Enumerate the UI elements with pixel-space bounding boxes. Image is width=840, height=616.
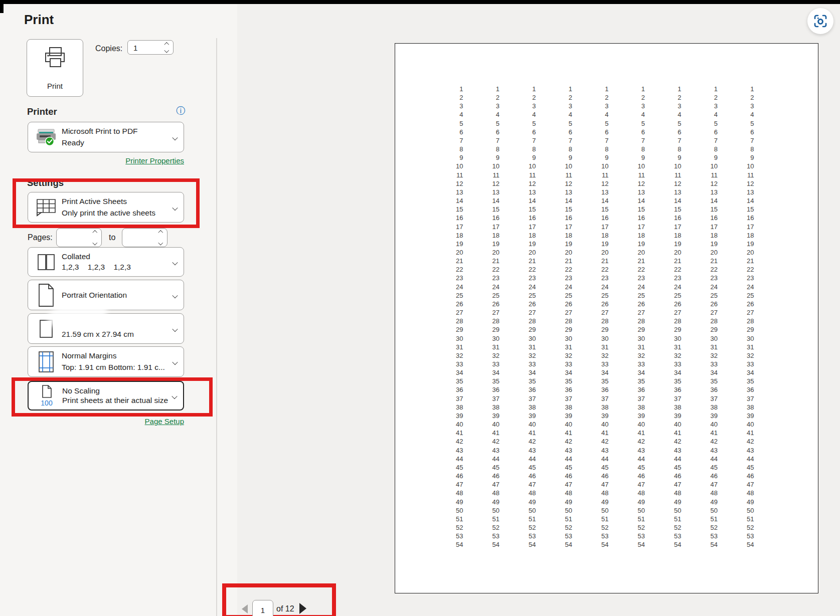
copies-label: Copies:	[95, 44, 122, 53]
info-icon[interactable]: ⓘ	[176, 106, 185, 115]
scaling-select[interactable]: 100 No Scaling Print sheets at their act…	[28, 381, 184, 410]
chevron-down-icon	[172, 204, 178, 210]
chevron-up-icon[interactable]	[158, 231, 162, 235]
chevron-up-icon[interactable]	[92, 231, 97, 235]
preview-column: 1 2 3 4 5 6 7 8 9 10 11 12 13 14 15 16 1…	[572, 85, 609, 549]
chevron-down-icon	[172, 134, 178, 140]
paper-size-subtitle: 21.59 cm x 27.94 cm	[62, 330, 134, 339]
chevron-down-icon[interactable]	[158, 240, 162, 245]
preview-grid: 1 2 3 4 5 6 7 8 9 10 11 12 13 14 15 16 1…	[427, 85, 754, 549]
chevron-up-icon[interactable]	[164, 43, 169, 47]
settings-heading: Settings	[27, 177, 64, 188]
window-edge-corner	[0, 0, 4, 13]
printer-icon	[42, 46, 68, 71]
margins-title: Normal Margins	[62, 351, 116, 360]
chevron-down-icon	[172, 326, 178, 331]
collation-subtitle: 1,2,3 1,2,3 1,2,3	[62, 263, 131, 272]
copies-value: 1	[133, 43, 137, 52]
collation-title: Collated	[62, 252, 90, 261]
scaling-badge: 100	[41, 399, 52, 407]
panel-divider	[216, 38, 217, 616]
next-page-icon[interactable]	[299, 603, 306, 614]
pages-to-stepper[interactable]	[122, 228, 167, 247]
printer-properties-link[interactable]: Printer Properties	[28, 156, 184, 165]
printer-device-icon	[34, 122, 58, 152]
scaling-page-icon: 100	[35, 382, 59, 409]
orientation-title: Portrait Orientation	[62, 291, 127, 300]
chevron-down-icon	[172, 359, 178, 364]
print-what-title: Print Active Sheets	[62, 197, 127, 206]
paper-size-icon	[34, 314, 58, 343]
printer-status: Ready	[62, 138, 84, 147]
preview-column: 1 2 3 4 5 6 7 8 9 10 11 12 13 14 15 16 1…	[499, 85, 536, 549]
chevron-down-icon[interactable]	[164, 48, 169, 52]
page-setup-link[interactable]: Page Setup	[28, 417, 184, 426]
sheets-grid-icon	[34, 192, 58, 222]
portrait-page-icon	[34, 280, 58, 310]
printer-heading: Printer	[27, 106, 57, 117]
scaling-title: No Scaling	[62, 386, 100, 395]
paper-size-select[interactable]: 21.59 cm x 27.94 cm	[28, 313, 184, 344]
window-edge-top	[0, 0, 840, 4]
chevron-down-icon	[172, 292, 178, 298]
scaling-subtitle: Print sheets at their actual size	[62, 396, 168, 405]
print-what-subtitle: Only print the active sheets	[62, 209, 155, 218]
print-button-label: Print	[47, 82, 63, 90]
preview-column: 1 2 3 4 5 6 7 8 9 10 11 12 13 14 15 16 1…	[536, 85, 573, 549]
chevron-down-icon[interactable]	[92, 240, 97, 245]
pages-label: Pages:	[28, 233, 53, 242]
current-page-input[interactable]	[252, 600, 273, 616]
margins-subtitle: Top: 1.91 cm Bottom: 1.91 c...	[62, 363, 165, 372]
margins-icon	[34, 347, 58, 376]
screen-capture-icon	[813, 14, 828, 29]
collated-pages-icon	[34, 248, 58, 276]
preview-column: 1 2 3 4 5 6 7 8 9 10 11 12 13 14 15 16 1…	[463, 85, 500, 549]
page-title: Print	[24, 12, 54, 28]
previous-page-icon[interactable]	[242, 604, 248, 613]
print-dialog: Print Print Copies: 1 Printer ⓘ	[0, 0, 840, 616]
print-button[interactable]: Print	[27, 39, 83, 97]
print-what-select[interactable]: Print Active Sheets Only print the activ…	[28, 192, 184, 223]
collation-select[interactable]: Collated 1,2,3 1,2,3 1,2,3	[28, 247, 184, 277]
orientation-select[interactable]: Portrait Orientation	[28, 280, 184, 310]
preview-column: 1 2 3 4 5 6 7 8 9 10 11 12 13 14 15 16 1…	[609, 85, 645, 549]
preview-column: 1 2 3 4 5 6 7 8 9 10 11 12 13 14 15 16 1…	[682, 85, 718, 549]
printer-name: Microsoft Print to PDF	[62, 127, 138, 136]
margins-select[interactable]: Normal Margins Top: 1.91 cm Bottom: 1.91…	[28, 346, 184, 377]
printer-select[interactable]: Microsoft Print to PDF Ready	[28, 122, 184, 152]
chevron-down-icon	[172, 259, 178, 265]
page-count-label: of 12	[276, 604, 294, 613]
pages-from-stepper[interactable]	[56, 228, 102, 247]
screen-capture-button[interactable]	[807, 8, 833, 34]
pages-to-label: to	[109, 233, 115, 242]
print-preview-page: 1 2 3 4 5 6 7 8 9 10 11 12 13 14 15 16 1…	[395, 43, 818, 593]
preview-column: 1 2 3 4 5 6 7 8 9 10 11 12 13 14 15 16 1…	[718, 85, 754, 549]
preview-column: 1 2 3 4 5 6 7 8 9 10 11 12 13 14 15 16 1…	[427, 85, 463, 549]
copies-stepper[interactable]: 1	[127, 40, 174, 55]
chevron-down-icon	[172, 393, 177, 398]
preview-column: 1 2 3 4 5 6 7 8 9 10 11 12 13 14 15 16 1…	[645, 85, 682, 549]
